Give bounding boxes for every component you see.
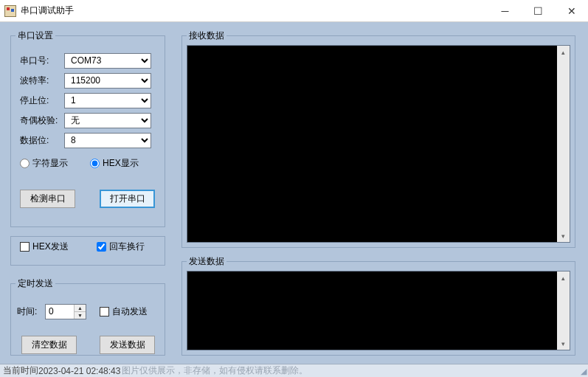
statusbar: 当前时间 2023-04-21 02:48:43 图片仅供展示，非存储，如有侵权… xyxy=(0,364,588,377)
scroll-up-icon[interactable]: ▴ xyxy=(557,271,570,284)
app-icon xyxy=(4,5,16,17)
clear-data-button[interactable]: 清空数据 xyxy=(21,336,77,354)
detect-port-button[interactable]: 检测串口 xyxy=(20,190,75,208)
radio-hex-display-label: HEX显示 xyxy=(103,157,139,170)
send-data-button[interactable]: 发送数据 xyxy=(100,336,155,354)
window-title: 串口调试助手 xyxy=(21,4,74,17)
send-scrollbar[interactable]: ▴ ▾ xyxy=(557,271,570,350)
open-port-button-label: 打开串口 xyxy=(110,193,145,205)
time-spin-up[interactable]: ▲ xyxy=(75,305,86,311)
checkbox-hex-send-label: HEX发送 xyxy=(32,241,69,253)
group-send-data-legend: 发送数据 xyxy=(187,255,226,268)
status-time-label: 当前时间 xyxy=(3,364,38,377)
parity-label: 奇偶校验: xyxy=(20,114,64,127)
checkbox-auto-send-label: 自动发送 xyxy=(112,305,148,318)
time-label: 时间: xyxy=(17,305,45,318)
port-label: 串口号: xyxy=(20,55,64,67)
group-timer-send-legend: 定时发送 xyxy=(15,277,55,290)
scroll-down-icon[interactable]: ▾ xyxy=(557,337,570,350)
checkbox-auto-send-input[interactable] xyxy=(100,307,109,317)
parity-select[interactable]: 无 xyxy=(64,113,151,128)
checkbox-crlf[interactable]: 回车换行 xyxy=(97,241,145,253)
group-receive-data: 接收数据 ▴ ▾ xyxy=(181,30,575,248)
receive-textbox[interactable]: ▴ ▾ xyxy=(187,45,570,243)
group-timer-send: 定时发送 时间: ▲ ▼ 自动发送 清空数据 发送数据 xyxy=(10,277,165,356)
checkbox-auto-send[interactable]: 自动发送 xyxy=(100,305,148,318)
radio-hex-display[interactable]: HEX显示 xyxy=(90,157,139,170)
minimize-button[interactable]: ─ xyxy=(488,0,522,21)
checkbox-hex-send[interactable]: HEX发送 xyxy=(20,241,69,253)
status-time-value: 2023-04-21 02:48:43 xyxy=(38,366,120,376)
time-spinner[interactable]: ▲ ▼ xyxy=(45,304,86,319)
group-port-settings: 串口设置 串口号: COM73 波特率: 115200 停止位: 1 奇偶校验:… xyxy=(10,30,165,227)
radio-char-display[interactable]: 字符显示 xyxy=(20,157,68,170)
scroll-down-icon[interactable]: ▾ xyxy=(557,229,570,242)
databits-select[interactable]: 8 xyxy=(64,133,151,148)
titlebar: 串口调试助手 ─ ☐ ✕ xyxy=(0,0,588,22)
baud-select[interactable]: 115200 xyxy=(64,73,151,89)
checkbox-crlf-input[interactable] xyxy=(97,242,106,252)
databits-label: 数据位: xyxy=(20,134,64,147)
stopbits-select[interactable]: 1 xyxy=(64,93,151,108)
watermark-text: 图片仅供展示，非存储，如有侵权请联系删除。 xyxy=(122,364,308,377)
receive-scrollbar[interactable]: ▴ ▾ xyxy=(557,46,570,242)
close-button[interactable]: ✕ xyxy=(555,0,588,21)
group-send-data: 发送数据 ▴ ▾ xyxy=(181,255,575,356)
port-select[interactable]: COM73 xyxy=(64,53,151,69)
checkbox-hex-send-input[interactable] xyxy=(20,242,30,252)
baud-label: 波特率: xyxy=(20,75,64,87)
group-send-options: HEX发送 回车换行 xyxy=(10,236,165,266)
send-data-button-label: 发送数据 xyxy=(110,339,145,351)
detect-port-button-label: 检测串口 xyxy=(30,193,66,205)
radio-char-display-input[interactable] xyxy=(20,159,30,168)
radio-char-display-label: 字符显示 xyxy=(32,157,68,170)
time-input[interactable] xyxy=(46,305,74,319)
time-spin-down[interactable]: ▼ xyxy=(75,311,86,319)
scroll-track[interactable] xyxy=(557,284,570,337)
send-textbox[interactable]: ▴ ▾ xyxy=(187,271,570,350)
resize-grip-icon[interactable]: ◢ xyxy=(581,367,587,376)
scroll-up-icon[interactable]: ▴ xyxy=(557,46,570,58)
radio-hex-display-input[interactable] xyxy=(90,159,100,168)
stopbits-label: 停止位: xyxy=(20,94,64,107)
scroll-track[interactable] xyxy=(557,58,570,229)
group-port-settings-legend: 串口设置 xyxy=(15,30,55,42)
maximize-button[interactable]: ☐ xyxy=(522,0,555,21)
group-receive-data-legend: 接收数据 xyxy=(187,30,226,42)
clear-data-button-label: 清空数据 xyxy=(32,339,67,351)
open-port-button[interactable]: 打开串口 xyxy=(100,190,155,208)
client-area: 串口设置 串口号: COM73 波特率: 115200 停止位: 1 奇偶校验:… xyxy=(0,22,588,364)
checkbox-crlf-label: 回车换行 xyxy=(109,241,145,253)
